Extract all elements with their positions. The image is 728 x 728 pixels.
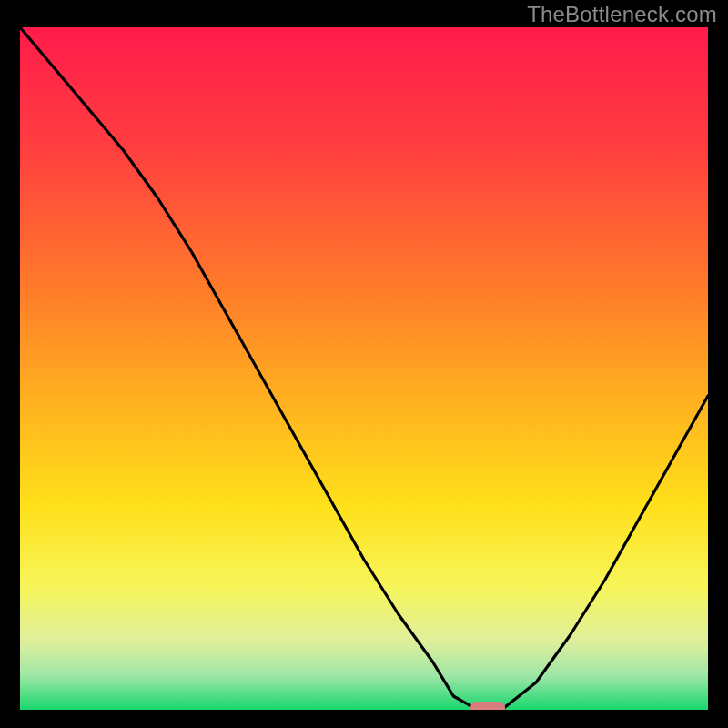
axis-bottom [16, 710, 712, 713]
plot-background [20, 27, 708, 710]
chart-svg [0, 0, 728, 728]
watermark-text: TheBottleneck.com [527, 2, 717, 27]
axis-left [16, 27, 20, 713]
chart-frame: { "watermark": "TheBottleneck.com", "cha… [0, 0, 728, 728]
